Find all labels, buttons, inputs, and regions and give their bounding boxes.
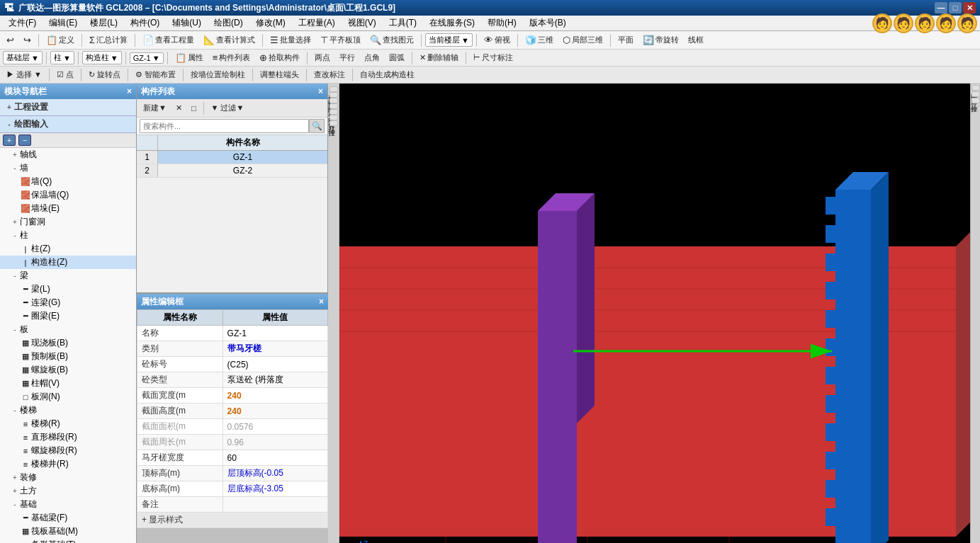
tree-item-decor[interactable]: + 装修 <box>0 471 136 484</box>
adjust-col-end-button[interactable]: 调整柱端头 <box>257 68 303 81</box>
tree-item-col-gz[interactable]: | 构造柱(Z) <box>0 256 136 269</box>
col-type-dropdown[interactable]: 柱▼ <box>50 51 74 64</box>
avatar-2[interactable]: 🧑 <box>894 13 913 33</box>
nav-section-draw[interactable]: - 绘图输入 <box>0 116 136 133</box>
comp-list-close-button[interactable]: × <box>318 86 323 96</box>
stretch-button[interactable]: 拉伸 <box>330 120 338 126</box>
no-trim-button[interactable]: 非修剪 <box>330 92 338 98</box>
check-annotation-button[interactable]: 查改标注 <box>310 68 349 81</box>
tree-item-col-z[interactable]: | 柱(Z) <box>0 242 136 256</box>
align-slab-button[interactable]: ⊤平齐板顶 <box>317 33 364 47</box>
tree-item-slab-v[interactable]: ▦ 柱帽(V) <box>0 377 136 390</box>
tree-item-doorwin[interactable]: + 门窗洞 <box>0 215 136 229</box>
pick-comp-button[interactable]: ⊕拾取构件 <box>256 51 303 64</box>
flat-button[interactable]: 平面 <box>614 33 637 47</box>
tree-item-stairs-r[interactable]: ≡ 楼梯(R) <box>0 417 136 430</box>
two-point-button[interactable]: 两点 <box>311 51 334 64</box>
wireframe-button[interactable]: 线框 <box>685 33 707 47</box>
gz1-dropdown[interactable]: GZ-1▼ <box>130 52 164 64</box>
tree-item-axis[interactable]: + 轴线 <box>0 148 136 161</box>
canvas-area[interactable]: Z Y X 编辑 对齐 拉伸 <box>339 84 980 543</box>
local-3d-button[interactable]: ⬡局部三维 <box>559 33 607 47</box>
menu-online[interactable]: 在线服务(S) <box>424 16 480 30</box>
place-on-wall-button[interactable]: 按墙位置绘制柱 <box>187 68 249 81</box>
tree-item-wall-e[interactable]: 🧱 墙垛(E) <box>0 202 136 215</box>
tree-item-slab-lob[interactable]: ▦ 螺旋板(B) <box>0 363 136 377</box>
undo-button[interactable]: ↩ <box>3 33 18 47</box>
base-layer-dropdown[interactable]: 基础层▼ <box>3 51 43 64</box>
tree-item-stairs[interactable]: - 楼梯 <box>0 404 136 417</box>
point-draw-button[interactable]: ☑ 点 <box>53 68 77 81</box>
arc-button[interactable]: 圆弧 <box>385 51 408 64</box>
menu-draw[interactable]: 绘图(D) <box>208 16 249 30</box>
menu-modify[interactable]: 修改(M) <box>250 16 291 30</box>
tree-item-beam-g[interactable]: ━ 连梁(G) <box>0 296 136 309</box>
tree-item-slab-pb[interactable]: ▦ 预制板(B) <box>0 350 136 363</box>
tree-item-wall-bw[interactable]: 🧱 保温墙(Q) <box>0 188 136 202</box>
close-button[interactable]: ✕ <box>963 2 976 13</box>
tree-item-stairs-w[interactable]: ≡ 楼梯井(R) <box>0 457 136 471</box>
menu-help[interactable]: 帮助(H) <box>482 16 522 30</box>
find-element-button[interactable]: 🔍查找图元 <box>366 33 417 47</box>
menu-view[interactable]: 视图(V) <box>342 16 382 30</box>
new-comp-button[interactable]: 新建▼ <box>140 101 170 115</box>
avatar-4[interactable]: 🧑 <box>936 13 956 33</box>
tree-item-slab-n[interactable]: □ 板洞(N) <box>0 390 136 404</box>
maximize-button[interactable]: □ <box>949 2 962 13</box>
tree-item-beam[interactable]: - 梁 <box>0 269 136 282</box>
angle-button[interactable]: 点角 <box>361 51 383 64</box>
tree-item-col[interactable]: - 柱 <box>0 229 136 242</box>
tree-item-wall-q[interactable]: 🧱 墙(Q) <box>0 175 136 188</box>
menu-tools[interactable]: 工具(T) <box>383 16 422 30</box>
tree-item-stairs-zx[interactable]: ≡ 直形梯段(R) <box>0 430 136 444</box>
minimize-button[interactable]: — <box>935 2 947 13</box>
select-button[interactable]: ▶ 选择 ▼ <box>3 68 45 81</box>
tree-item-wall[interactable]: - 墙 <box>0 161 136 175</box>
rt-btn-1[interactable]: 编辑 <box>971 85 980 91</box>
comp-search-button[interactable]: 🔍 <box>309 119 325 133</box>
view-qty-button[interactable]: 📄查看工程量 <box>139 33 198 47</box>
auto-gen-col-button[interactable]: 自动生成构造柱 <box>356 68 418 81</box>
tree-item-beam-e[interactable]: ━ 圈梁(E) <box>0 309 136 323</box>
comp-row-2[interactable]: 2 GZ-2 <box>137 164 327 178</box>
rt-btn-3[interactable]: 拉伸 <box>971 98 980 103</box>
menu-floor[interactable]: 楼层(L) <box>84 16 123 30</box>
tree-item-found-beam[interactable]: ━ 基础梁(F) <box>0 511 136 525</box>
rt-btn-2[interactable]: 对齐 <box>971 91 980 97</box>
tree-item-beam-l[interactable]: ━ 梁(L) <box>0 282 136 296</box>
3d-button[interactable]: 🧊三维 <box>522 33 557 47</box>
rotate-button[interactable]: 🔄帝旋转 <box>639 33 682 47</box>
property-button[interactable]: 📋属性 <box>171 51 207 64</box>
menu-aux-axis[interactable]: 辅轴(U) <box>167 16 207 30</box>
nav-section-project[interactable]: + 工程设置 <box>0 99 136 116</box>
tree-item-foundation[interactable]: - 基础 <box>0 498 136 511</box>
tree-item-slab-b[interactable]: ▦ 现浇板(B) <box>0 336 136 350</box>
delete-aux-button[interactable]: ✕删除辅轴 <box>416 51 462 64</box>
dimension-button[interactable]: ⊢尺寸标注 <box>470 51 517 64</box>
tree-item-slab[interactable]: - 板 <box>0 323 136 336</box>
tree-item-found-fc[interactable]: ▦ 筏板基础(M) <box>0 525 136 538</box>
filter-button[interactable]: ▼ 过滤▼ <box>208 101 248 115</box>
view-formula-button[interactable]: 📐查看计算式 <box>200 33 259 47</box>
menu-version[interactable]: 版本号(B) <box>524 16 572 30</box>
nav-add-button[interactable]: + <box>3 135 16 146</box>
constr-col-dropdown[interactable]: 构造柱▼ <box>82 51 122 64</box>
split-button[interactable]: 分割 <box>330 109 338 115</box>
menu-quantity[interactable]: 工程量(A) <box>293 16 341 30</box>
avatar-5[interactable]: 🧑 <box>957 13 977 33</box>
tree-item-found-strip[interactable]: ━ 条形基础(T) <box>0 538 136 543</box>
batch-select-button[interactable]: ☰批量选择 <box>266 33 315 47</box>
avatar-3[interactable]: 🧑 <box>915 13 935 33</box>
break-button[interactable]: 打断 <box>330 98 338 103</box>
parallel-button[interactable]: 平行 <box>336 51 359 64</box>
smart-place-button[interactable]: ⚙ 智能布置 <box>132 68 179 81</box>
tree-item-stairs-lx[interactable]: ≡ 螺旋梯段(R) <box>0 444 136 457</box>
merge-button[interactable]: 合并 <box>330 103 338 109</box>
copy-comp-button[interactable]: □ <box>188 103 200 114</box>
rotate-point-button[interactable]: ↻ 旋转点 <box>85 68 124 81</box>
calc-button[interactable]: Σ汇总计算 <box>86 33 131 47</box>
menu-component[interactable]: 构件(O) <box>125 16 165 30</box>
comp-search-input[interactable] <box>140 119 309 133</box>
tree-item-earth[interactable]: + 土方 <box>0 484 136 498</box>
floor-dropdown[interactable]: 当前楼层 ▼ <box>425 33 473 47</box>
